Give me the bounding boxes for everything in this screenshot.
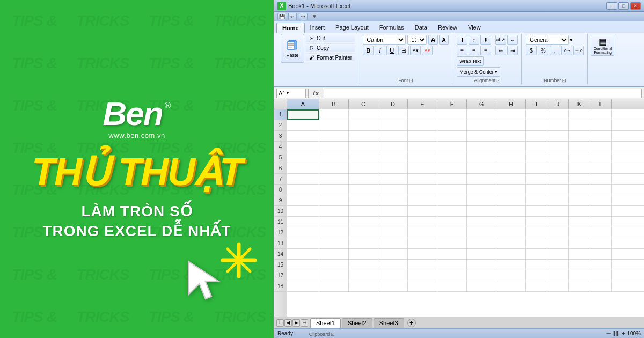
row-header-18[interactable]: 18 [274, 281, 287, 292]
col-header-i[interactable]: I [526, 99, 547, 109]
new-sheet-button[interactable]: + [407, 319, 416, 327]
cell-a2[interactable] [287, 120, 319, 131]
border-button[interactable]: ⊞ [398, 46, 409, 55]
cell-a1[interactable] [287, 109, 319, 120]
conditional-formatting-button[interactable]: ▤ Conditional Formatting [591, 35, 614, 56]
sheet-last-btn[interactable]: ⊣ [301, 319, 308, 327]
tab-view[interactable]: View [463, 23, 486, 33]
decrease-decimal-button[interactable]: ←.0 [573, 46, 584, 55]
sheet-prev-btn[interactable]: ◀ [284, 319, 292, 327]
row-header-2[interactable]: 2 [274, 120, 287, 131]
wrap-text-button[interactable]: Wrap Text [457, 56, 484, 66]
col-header-k[interactable]: K [569, 99, 590, 109]
sheet-tab-1[interactable]: Sheet1 [310, 318, 341, 328]
decrease-indent-button[interactable]: ⇤ [495, 46, 506, 55]
font-color-button[interactable]: A▾ [422, 46, 433, 55]
number-expand-icon[interactable]: ⊡ [562, 78, 566, 83]
cut-button[interactable]: ✂ Cut [306, 34, 355, 42]
name-box-dropdown[interactable]: ▾ [287, 91, 289, 95]
col-header-d[interactable]: D [378, 99, 408, 109]
merge-center-button[interactable]: Merge & Center ▾ [457, 67, 500, 77]
undo-quick-btn[interactable]: ↩ [288, 13, 297, 20]
number-format-select[interactable]: General [526, 35, 569, 45]
cell-b1[interactable] [319, 109, 349, 120]
clipboard-expand-icon[interactable]: ⊡ [331, 332, 335, 337]
tab-pagelayout[interactable]: Page Layout [330, 23, 374, 33]
col-header-e[interactable]: E [408, 99, 437, 109]
row-header-13[interactable]: 13 [274, 238, 287, 249]
col-header-b[interactable]: B [319, 99, 349, 109]
minimize-button[interactable]: ─ [606, 2, 617, 10]
cell-e1[interactable] [408, 109, 437, 120]
number-format-expand[interactable]: ▾ [570, 37, 573, 42]
increase-indent-button[interactable]: ⇥ [507, 46, 518, 55]
font-size-select[interactable]: 11 [407, 35, 427, 45]
row-header-12[interactable]: 12 [274, 227, 287, 238]
col-header-c[interactable]: C [349, 99, 378, 109]
cell-d1[interactable] [378, 109, 408, 120]
col-header-j[interactable]: J [547, 99, 569, 109]
tab-formulas[interactable]: Formulas [374, 23, 409, 33]
col-header-l[interactable]: L [590, 99, 612, 109]
cell-f1[interactable] [437, 109, 467, 120]
cell-k1[interactable] [569, 109, 590, 120]
italic-button[interactable]: I [375, 46, 385, 55]
maximize-button[interactable]: □ [618, 2, 629, 10]
merge-dropdown-icon[interactable]: ▾ [495, 69, 497, 75]
percent-button[interactable]: % [538, 46, 548, 55]
align-top-button[interactable]: ⬆ [457, 35, 467, 45]
alignment-expand-icon[interactable]: ⊡ [496, 78, 501, 83]
row-header-14[interactable]: 14 [274, 249, 287, 260]
underline-button[interactable]: U [386, 46, 397, 55]
formula-input[interactable] [324, 89, 642, 98]
increase-decimal-button[interactable]: .0→ [561, 46, 572, 55]
align-middle-button[interactable]: ↕ [469, 35, 479, 45]
cell-c1[interactable] [349, 109, 378, 120]
align-right-button[interactable]: ≡ [480, 46, 491, 55]
redo-quick-btn[interactable]: ↪ [299, 13, 308, 20]
align-left-button[interactable]: ≡ [457, 46, 467, 55]
tab-insert[interactable]: Insert [305, 23, 331, 33]
row-header-17[interactable]: 17 [274, 270, 287, 281]
row-header-4[interactable]: 4 [274, 142, 287, 152]
col-header-h[interactable]: H [496, 99, 526, 109]
save-quick-btn[interactable]: 💾 [277, 13, 286, 20]
font-expand-icon[interactable]: ⊡ [409, 78, 413, 83]
format-painter-button[interactable]: 🖌 Format Painter [306, 53, 355, 62]
col-header-f[interactable]: F [437, 99, 467, 109]
row-header-3[interactable]: 3 [274, 131, 287, 142]
window-controls[interactable]: ─ □ ✕ [606, 2, 641, 10]
row-header-11[interactable]: 11 [274, 217, 287, 227]
sheet-tab-2[interactable]: Sheet2 [342, 318, 372, 328]
shrink-font-button[interactable]: A [439, 35, 449, 45]
cell-i1[interactable] [526, 109, 547, 120]
row-header-10[interactable]: 10 [274, 206, 287, 217]
cell-j1[interactable] [547, 109, 569, 120]
row-header-1[interactable]: 1 [274, 109, 287, 120]
row-header-7[interactable]: 7 [274, 174, 287, 185]
align-bottom-button[interactable]: ⬇ [480, 35, 491, 45]
name-box[interactable]: A1 ▾ [276, 89, 306, 98]
col-header-g[interactable]: G [467, 99, 496, 109]
cell-a3[interactable] [287, 131, 319, 142]
tab-home[interactable]: Home [276, 23, 305, 33]
col-header-a[interactable]: A [287, 99, 319, 109]
orientation-button[interactable]: ab↗ [495, 35, 506, 45]
dropdown-arrow-qa[interactable]: ▼ [312, 13, 317, 19]
grow-font-button[interactable]: A [428, 35, 438, 45]
cell-g1[interactable] [467, 109, 496, 120]
row-header-9[interactable]: 9 [274, 195, 287, 206]
comma-button[interactable]: , [550, 46, 560, 55]
font-family-select[interactable]: Calibri [363, 35, 406, 45]
paste-button[interactable]: Paste [281, 34, 304, 63]
fill-color-button[interactable]: A▾ [410, 46, 421, 55]
align-center-button[interactable]: ≡ [469, 46, 479, 55]
sheet-first-btn[interactable]: ⊢ [276, 319, 284, 327]
copy-button[interactable]: ⎘ Copy [306, 43, 355, 52]
cell-h1[interactable] [496, 109, 526, 120]
row-header-8[interactable]: 8 [274, 185, 287, 195]
sheet-next-btn[interactable]: ▶ [292, 319, 300, 327]
row-header-5[interactable]: 5 [274, 152, 287, 163]
dollar-button[interactable]: $ [526, 46, 537, 55]
indent-button[interactable]: ↔ [507, 35, 518, 45]
